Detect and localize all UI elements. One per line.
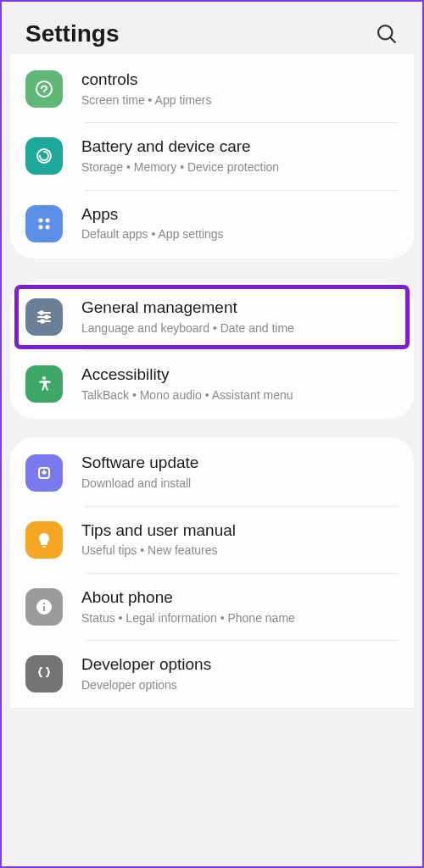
item-title: About phone bbox=[81, 587, 399, 609]
settings-item-controls[interactable]: controls Screen time • App timers bbox=[10, 56, 414, 122]
svg-point-11 bbox=[45, 315, 48, 319]
search-button[interactable] bbox=[375, 22, 399, 46]
settings-item-general-management[interactable]: General management Language and keyboard… bbox=[15, 286, 409, 348]
item-subtitle: Screen time • App timers bbox=[81, 92, 399, 109]
item-text: Battery and device care Storage • Memory… bbox=[81, 136, 399, 175]
item-title: controls bbox=[81, 70, 399, 91]
item-text: controls Screen time • App timers bbox=[81, 70, 399, 108]
wellbeing-icon bbox=[25, 70, 63, 108]
settings-group: Software update Download and install Tip… bbox=[10, 437, 414, 707]
item-subtitle: Storage • Memory • Device protection bbox=[81, 159, 399, 176]
svg-line-1 bbox=[390, 37, 395, 42]
item-subtitle: Developer options bbox=[81, 677, 399, 694]
item-title: Battery and device care bbox=[81, 136, 399, 158]
item-title: Software update bbox=[81, 453, 399, 474]
settings-group: controls Screen time • App timers Batter… bbox=[10, 54, 414, 259]
item-title: Developer options bbox=[81, 654, 399, 676]
item-text: About phone Status • Legal information •… bbox=[81, 587, 399, 626]
settings-item-accessibility[interactable]: Accessibility TalkBack • Mono audio • As… bbox=[10, 351, 414, 417]
svg-point-0 bbox=[378, 25, 392, 39]
svg-point-9 bbox=[40, 311, 43, 314]
svg-point-5 bbox=[46, 218, 50, 222]
sliders-icon bbox=[25, 298, 63, 336]
info-icon bbox=[25, 588, 63, 626]
accessibility-icon bbox=[25, 365, 63, 403]
battery-care-icon bbox=[25, 137, 63, 175]
item-title: Apps bbox=[81, 204, 399, 225]
item-subtitle: Status • Legal information • Phone name bbox=[81, 610, 399, 627]
svg-point-2 bbox=[36, 81, 52, 97]
apps-icon bbox=[25, 205, 63, 242]
settings-item-tips[interactable]: Tips and user manual Useful tips • New f… bbox=[10, 507, 414, 573]
item-subtitle: TalkBack • Mono audio • Assistant menu bbox=[81, 387, 399, 404]
settings-item-about-phone[interactable]: About phone Status • Legal information •… bbox=[10, 574, 414, 640]
item-title: Accessibility bbox=[81, 364, 399, 386]
page-title: Settings bbox=[25, 20, 119, 47]
search-icon bbox=[375, 22, 399, 46]
item-text: Apps Default apps • App settings bbox=[81, 204, 399, 243]
svg-point-14 bbox=[42, 376, 46, 380]
item-subtitle: Useful tips • New features bbox=[81, 542, 399, 559]
settings-item-apps[interactable]: Apps Default apps • App settings bbox=[10, 191, 414, 257]
item-subtitle: Default apps • App settings bbox=[81, 226, 399, 243]
svg-rect-16 bbox=[42, 546, 46, 548]
update-icon bbox=[25, 454, 63, 492]
item-text: Tips and user manual Useful tips • New f… bbox=[81, 520, 399, 559]
item-text: General management Language and keyboard… bbox=[81, 298, 399, 337]
svg-point-6 bbox=[39, 225, 43, 229]
header: Settings bbox=[2, 2, 422, 59]
svg-point-7 bbox=[46, 225, 50, 229]
item-text: Software update Download and install bbox=[81, 453, 399, 492]
settings-item-battery[interactable]: Battery and device care Storage • Memory… bbox=[10, 123, 414, 189]
item-title: Tips and user manual bbox=[81, 520, 399, 542]
braces-icon bbox=[25, 655, 63, 693]
svg-point-13 bbox=[41, 320, 44, 323]
lightbulb-icon bbox=[25, 521, 63, 559]
item-text: Accessibility TalkBack • Mono audio • As… bbox=[81, 364, 399, 403]
item-text: Developer options Developer options bbox=[81, 654, 399, 693]
settings-item-software-update[interactable]: Software update Download and install bbox=[10, 439, 414, 505]
settings-item-developer-options[interactable]: Developer options Developer options bbox=[10, 641, 414, 707]
settings-group: General management Language and keyboard… bbox=[10, 282, 414, 420]
item-title: General management bbox=[81, 298, 399, 319]
item-subtitle: Language and keyboard • Date and time bbox=[81, 320, 399, 337]
item-subtitle: Download and install bbox=[81, 476, 399, 492]
svg-point-4 bbox=[39, 218, 43, 222]
